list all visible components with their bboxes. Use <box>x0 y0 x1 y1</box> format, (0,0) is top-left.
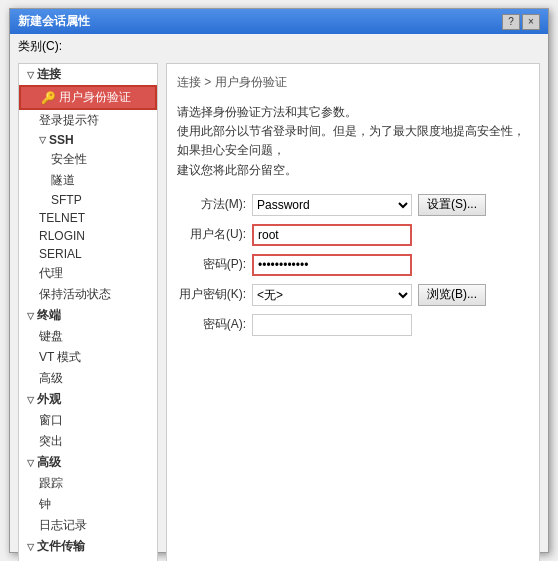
tree-item-label-keepalive: 保持活动状态 <box>39 286 111 303</box>
title-bar: 新建会话属性 ? × <box>10 9 548 34</box>
tree-item-label-logging: 日志记录 <box>39 517 87 534</box>
method-label: 方法(M): <box>177 196 252 213</box>
section-label-advanced: 高级 <box>37 454 61 471</box>
user-auth-icon: 🔑 <box>41 91 56 105</box>
tree-item-label-window: 窗口 <box>39 412 63 429</box>
tree-item-tunnel[interactable]: 隧道 <box>19 170 157 191</box>
tree-item-sftp[interactable]: SFTP <box>19 191 157 209</box>
userkey-row: 用户密钥(K): <无> 浏览(B)... <box>177 284 529 306</box>
dialog: 新建会话属性 ? × 类别(C): ▽ 连接 🔑 用户身份验证 登录提示符 <box>9 8 549 553</box>
tree-item-vt-mode[interactable]: VT 模式 <box>19 347 157 368</box>
userkey-select[interactable]: <无> <box>252 284 412 306</box>
tree-item-label-serial: SERIAL <box>39 247 82 261</box>
settings-button[interactable]: 设置(S)... <box>418 194 486 216</box>
tree-item-label-ssh: SSH <box>49 133 74 147</box>
desc-line3: 建议您将此部分留空。 <box>177 161 529 180</box>
username-field <box>252 224 529 246</box>
tree-item-label-security: 安全性 <box>51 151 87 168</box>
username-row: 用户名(U): <box>177 224 529 246</box>
tree-section-terminal[interactable]: ▽ 终端 <box>19 305 157 326</box>
expand-icon-advanced: ▽ <box>27 458 34 468</box>
section-label-filetransfer: 文件传输 <box>37 538 85 555</box>
tree-item-label-keyboard: 键盘 <box>39 328 63 345</box>
desc-line2: 使用此部分以节省登录时间。但是，为了最大限度地提高安全性，如果担心安全问题， <box>177 122 529 160</box>
close-button[interactable]: × <box>522 14 540 30</box>
tree-item-label-sftp: SFTP <box>51 193 82 207</box>
password-row: 密码(P): <box>177 254 529 276</box>
section-label-appearance: 外观 <box>37 391 61 408</box>
tree-item-bell[interactable]: 钟 <box>19 494 157 515</box>
desc-text1: 请选择身份验证方法和其它参数。 使用此部分以节省登录时间。但是，为了最大限度地提… <box>177 103 529 180</box>
password-input[interactable] <box>252 254 412 276</box>
tree-item-login-prompt[interactable]: 登录提示符 <box>19 110 157 131</box>
tree-item-keyboard[interactable]: 键盘 <box>19 326 157 347</box>
tree-item-window[interactable]: 窗口 <box>19 410 157 431</box>
tree-item-serial[interactable]: SERIAL <box>19 245 157 263</box>
username-label: 用户名(U): <box>177 226 252 243</box>
title-bar-controls: ? × <box>502 14 540 30</box>
section-label-terminal: 终端 <box>37 307 61 324</box>
desc-line1: 请选择身份验证方法和其它参数。 <box>177 103 529 122</box>
content-area: ▽ 连接 🔑 用户身份验证 登录提示符 ▽ SSH 安全性 隧道 SFTP <box>10 55 548 561</box>
expand-icon-appearance: ▽ <box>27 395 34 405</box>
tree-item-security[interactable]: 安全性 <box>19 149 157 170</box>
tree-item-xymodem[interactable]: X/YMODEM <box>19 557 157 561</box>
left-panel: ▽ 连接 🔑 用户身份验证 登录提示符 ▽ SSH 安全性 隧道 SFTP <box>18 63 158 561</box>
tree-item-user-auth[interactable]: 🔑 用户身份验证 <box>19 85 157 110</box>
expand-icon-terminal: ▽ <box>27 311 34 321</box>
tree-item-advanced-terminal[interactable]: 高级 <box>19 368 157 389</box>
tree-item-label-advanced-terminal: 高级 <box>39 370 63 387</box>
tree-item-label-highlight: 突出 <box>39 433 63 450</box>
tree-section-advanced[interactable]: ▽ 高级 <box>19 452 157 473</box>
tree-item-trace[interactable]: 跟踪 <box>19 473 157 494</box>
method-field: Password PublicKey GSSAPI 设置(S)... <box>252 194 529 216</box>
tree-item-label-telnet: TELNET <box>39 211 85 225</box>
passphrase-input[interactable] <box>252 314 412 336</box>
passphrase-field <box>252 314 529 336</box>
password-label: 密码(P): <box>177 256 252 273</box>
tree-item-label-proxy: 代理 <box>39 265 63 282</box>
category-label: 类别(C): <box>18 39 62 53</box>
tree-item-logging[interactable]: 日志记录 <box>19 515 157 536</box>
userkey-field: <无> 浏览(B)... <box>252 284 529 306</box>
expand-icon: ▽ <box>27 70 34 80</box>
tree-item-label-rlogin: RLOGIN <box>39 229 85 243</box>
passphrase-label: 密码(A): <box>177 316 252 333</box>
expand-icon-ssh: ▽ <box>39 135 46 145</box>
expand-icon-filetransfer: ▽ <box>27 542 34 552</box>
section-label-connection: 连接 <box>37 66 61 83</box>
tree-item-telnet[interactable]: TELNET <box>19 209 157 227</box>
tree-item-label-login: 登录提示符 <box>39 112 99 129</box>
method-select[interactable]: Password PublicKey GSSAPI <box>252 194 412 216</box>
breadcrumb: 连接 > 用户身份验证 <box>177 74 529 95</box>
help-button[interactable]: ? <box>502 14 520 30</box>
tree-item-label-vt: VT 模式 <box>39 349 81 366</box>
username-input[interactable] <box>252 224 412 246</box>
userkey-label: 用户密钥(K): <box>177 286 252 303</box>
tree-item-proxy[interactable]: 代理 <box>19 263 157 284</box>
method-row: 方法(M): Password PublicKey GSSAPI 设置(S)..… <box>177 194 529 216</box>
passphrase-row: 密码(A): <box>177 314 529 336</box>
tree-section-ssh[interactable]: ▽ SSH <box>19 131 157 149</box>
tree-item-label-bell: 钟 <box>39 496 51 513</box>
password-field <box>252 254 529 276</box>
tree-item-keepalive[interactable]: 保持活动状态 <box>19 284 157 305</box>
browse-button[interactable]: 浏览(B)... <box>418 284 486 306</box>
tree-section-connection[interactable]: ▽ 连接 <box>19 64 157 85</box>
tree-item-rlogin[interactable]: RLOGIN <box>19 227 157 245</box>
tree-section-filetransfer[interactable]: ▽ 文件传输 <box>19 536 157 557</box>
dialog-title: 新建会话属性 <box>18 13 90 30</box>
tree-section-appearance[interactable]: ▽ 外观 <box>19 389 157 410</box>
tree-item-label-tunnel: 隧道 <box>51 172 75 189</box>
tree-item-label-user-auth: 用户身份验证 <box>59 89 131 106</box>
tree-item-label-trace: 跟踪 <box>39 475 63 492</box>
right-panel: 连接 > 用户身份验证 请选择身份验证方法和其它参数。 使用此部分以节省登录时间… <box>166 63 540 561</box>
tree-item-highlight[interactable]: 突出 <box>19 431 157 452</box>
